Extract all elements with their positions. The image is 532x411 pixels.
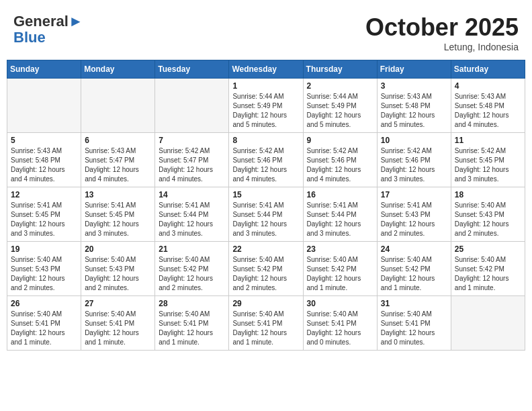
day-number: 24 [381, 244, 447, 254]
cell-sun-info: Sunrise: 5:40 AM Sunset: 5:41 PM Dayligh… [85, 310, 151, 347]
calendar-cell: 28Sunrise: 5:40 AM Sunset: 5:41 PM Dayli… [155, 296, 229, 351]
calendar-cell: 14Sunrise: 5:41 AM Sunset: 5:44 PM Dayli… [155, 187, 229, 242]
calendar-cell: 27Sunrise: 5:40 AM Sunset: 5:41 PM Dayli… [81, 296, 155, 351]
day-number: 7 [159, 136, 225, 145]
cell-sun-info: Sunrise: 5:40 AM Sunset: 5:42 PM Dayligh… [159, 255, 225, 293]
logo: General► Blue [13, 13, 83, 46]
calendar-cell: 17Sunrise: 5:41 AM Sunset: 5:43 PM Dayli… [377, 187, 451, 242]
day-of-week-header: Wednesday [229, 60, 303, 79]
cell-sun-info: Sunrise: 5:43 AM Sunset: 5:48 PM Dayligh… [11, 146, 77, 184]
calendar-cell: 12Sunrise: 5:41 AM Sunset: 5:45 PM Dayli… [7, 187, 81, 242]
cell-sun-info: Sunrise: 5:40 AM Sunset: 5:42 PM Dayligh… [455, 255, 521, 293]
day-of-week-header: Thursday [303, 60, 377, 79]
cell-sun-info: Sunrise: 5:41 AM Sunset: 5:45 PM Dayligh… [85, 201, 151, 238]
cell-sun-info: Sunrise: 5:42 AM Sunset: 5:46 PM Dayligh… [381, 146, 447, 184]
calendar-week-row: 19Sunrise: 5:40 AM Sunset: 5:43 PM Dayli… [7, 242, 525, 296]
calendar-cell [81, 79, 155, 133]
day-number: 1 [232, 81, 299, 91]
day-number: 19 [11, 244, 77, 254]
cell-sun-info: Sunrise: 5:41 AM Sunset: 5:44 PM Dayligh… [307, 201, 373, 238]
cell-sun-info: Sunrise: 5:44 AM Sunset: 5:49 PM Dayligh… [232, 92, 299, 130]
day-number: 14 [159, 190, 225, 199]
cell-sun-info: Sunrise: 5:40 AM Sunset: 5:41 PM Dayligh… [307, 310, 373, 347]
cell-sun-info: Sunrise: 5:40 AM Sunset: 5:43 PM Dayligh… [11, 255, 77, 293]
cell-sun-info: Sunrise: 5:40 AM Sunset: 5:41 PM Dayligh… [232, 310, 299, 347]
day-number: 17 [381, 190, 447, 199]
day-of-week-header: Saturday [451, 60, 525, 79]
calendar-cell: 13Sunrise: 5:41 AM Sunset: 5:45 PM Dayli… [81, 187, 155, 242]
day-number: 16 [307, 190, 373, 199]
cell-sun-info: Sunrise: 5:40 AM Sunset: 5:42 PM Dayligh… [307, 255, 373, 293]
cell-sun-info: Sunrise: 5:41 AM Sunset: 5:45 PM Dayligh… [11, 201, 77, 238]
calendar-week-row: 12Sunrise: 5:41 AM Sunset: 5:45 PM Dayli… [7, 187, 525, 242]
calendar-cell: 25Sunrise: 5:40 AM Sunset: 5:42 PM Dayli… [451, 242, 525, 296]
calendar-cell: 4Sunrise: 5:43 AM Sunset: 5:48 PM Daylig… [451, 79, 525, 133]
day-number: 11 [455, 136, 521, 145]
cell-sun-info: Sunrise: 5:40 AM Sunset: 5:43 PM Dayligh… [85, 255, 151, 293]
calendar-cell: 5Sunrise: 5:43 AM Sunset: 5:48 PM Daylig… [7, 133, 81, 187]
calendar-cell: 8Sunrise: 5:42 AM Sunset: 5:46 PM Daylig… [229, 133, 303, 187]
cell-sun-info: Sunrise: 5:40 AM Sunset: 5:42 PM Dayligh… [381, 255, 447, 293]
day-number: 10 [381, 136, 447, 145]
cell-sun-info: Sunrise: 5:41 AM Sunset: 5:43 PM Dayligh… [381, 201, 447, 238]
cell-sun-info: Sunrise: 5:40 AM Sunset: 5:41 PM Dayligh… [11, 310, 77, 347]
calendar-cell: 22Sunrise: 5:40 AM Sunset: 5:42 PM Dayli… [229, 242, 303, 296]
cell-sun-info: Sunrise: 5:40 AM Sunset: 5:41 PM Dayligh… [381, 310, 447, 347]
calendar-table: SundayMondayTuesdayWednesdayThursdayFrid… [7, 60, 525, 351]
calendar-week-row: 26Sunrise: 5:40 AM Sunset: 5:41 PM Dayli… [7, 296, 525, 351]
cell-sun-info: Sunrise: 5:41 AM Sunset: 5:44 PM Dayligh… [159, 201, 225, 238]
calendar-header-row: SundayMondayTuesdayWednesdayThursdayFrid… [7, 60, 525, 79]
day-number: 9 [307, 136, 373, 145]
day-number: 18 [455, 190, 521, 199]
calendar-cell: 16Sunrise: 5:41 AM Sunset: 5:44 PM Dayli… [303, 187, 377, 242]
cell-sun-info: Sunrise: 5:43 AM Sunset: 5:48 PM Dayligh… [381, 92, 447, 130]
month-title: October 2025 [365, 13, 519, 42]
day-number: 29 [232, 299, 299, 308]
day-number: 30 [307, 299, 373, 308]
calendar-cell: 6Sunrise: 5:43 AM Sunset: 5:47 PM Daylig… [81, 133, 155, 187]
day-number: 4 [455, 81, 521, 91]
calendar-body: 1Sunrise: 5:44 AM Sunset: 5:49 PM Daylig… [7, 79, 525, 351]
logo-icon: ► [69, 13, 83, 30]
day-number: 12 [11, 190, 77, 199]
day-number: 27 [85, 299, 151, 308]
calendar-cell: 20Sunrise: 5:40 AM Sunset: 5:43 PM Dayli… [81, 242, 155, 296]
calendar-cell: 15Sunrise: 5:41 AM Sunset: 5:44 PM Dayli… [229, 187, 303, 242]
logo-blue-text: Blue [13, 29, 46, 46]
calendar-cell: 11Sunrise: 5:42 AM Sunset: 5:45 PM Dayli… [451, 133, 525, 187]
day-number: 21 [159, 244, 225, 254]
cell-sun-info: Sunrise: 5:41 AM Sunset: 5:44 PM Dayligh… [232, 201, 299, 238]
day-number: 20 [85, 244, 151, 254]
logo-general-text: General [13, 13, 69, 30]
cell-sun-info: Sunrise: 5:42 AM Sunset: 5:47 PM Dayligh… [159, 146, 225, 184]
page-header: General► Blue October 2025 Letung, Indon… [7, 7, 525, 56]
cell-sun-info: Sunrise: 5:40 AM Sunset: 5:42 PM Dayligh… [232, 255, 299, 293]
day-number: 2 [307, 81, 373, 91]
calendar-cell: 26Sunrise: 5:40 AM Sunset: 5:41 PM Dayli… [7, 296, 81, 351]
day-number: 3 [381, 81, 447, 91]
calendar-cell: 7Sunrise: 5:42 AM Sunset: 5:47 PM Daylig… [155, 133, 229, 187]
day-number: 23 [307, 244, 373, 254]
cell-sun-info: Sunrise: 5:42 AM Sunset: 5:46 PM Dayligh… [307, 146, 373, 184]
calendar-cell: 1Sunrise: 5:44 AM Sunset: 5:49 PM Daylig… [229, 79, 303, 133]
day-number: 15 [232, 190, 299, 199]
day-of-week-header: Sunday [7, 60, 81, 79]
calendar-week-row: 1Sunrise: 5:44 AM Sunset: 5:49 PM Daylig… [7, 79, 525, 133]
cell-sun-info: Sunrise: 5:43 AM Sunset: 5:48 PM Dayligh… [455, 92, 521, 130]
calendar-cell: 9Sunrise: 5:42 AM Sunset: 5:46 PM Daylig… [303, 133, 377, 187]
calendar-cell: 10Sunrise: 5:42 AM Sunset: 5:46 PM Dayli… [377, 133, 451, 187]
cell-sun-info: Sunrise: 5:43 AM Sunset: 5:47 PM Dayligh… [85, 146, 151, 184]
day-of-week-header: Tuesday [155, 60, 229, 79]
calendar-cell: 2Sunrise: 5:44 AM Sunset: 5:49 PM Daylig… [303, 79, 377, 133]
cell-sun-info: Sunrise: 5:40 AM Sunset: 5:43 PM Dayligh… [455, 201, 521, 238]
calendar-cell [7, 79, 81, 133]
cell-sun-info: Sunrise: 5:42 AM Sunset: 5:46 PM Dayligh… [232, 146, 299, 184]
day-number: 8 [232, 136, 299, 145]
calendar-cell: 18Sunrise: 5:40 AM Sunset: 5:43 PM Dayli… [451, 187, 525, 242]
calendar-cell: 3Sunrise: 5:43 AM Sunset: 5:48 PM Daylig… [377, 79, 451, 133]
day-number: 31 [381, 299, 447, 308]
calendar-cell [155, 79, 229, 133]
day-number: 6 [85, 136, 151, 145]
day-number: 25 [455, 244, 521, 254]
calendar-cell: 21Sunrise: 5:40 AM Sunset: 5:42 PM Dayli… [155, 242, 229, 296]
